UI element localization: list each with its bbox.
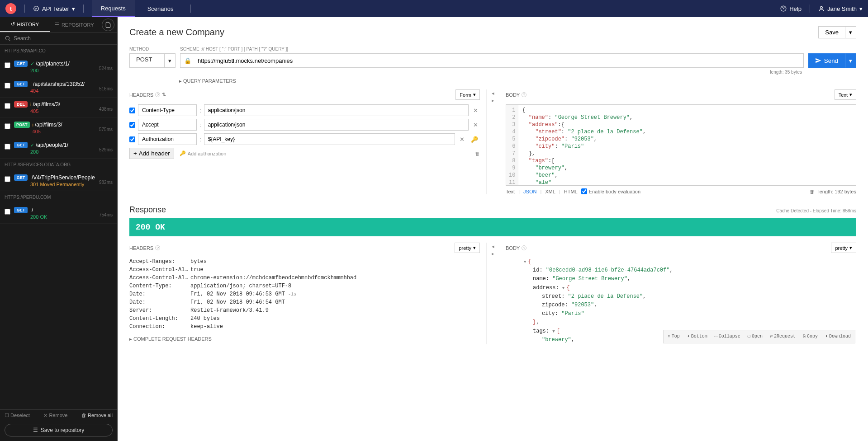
sort-icon[interactable]: ⇅ xyxy=(162,92,166,98)
sidebar-tab-history[interactable]: ↺ HISTORY xyxy=(0,18,50,32)
header-enabled[interactable] xyxy=(129,108,135,113)
header-value-input[interactable] xyxy=(204,104,469,116)
history-time: 498ms xyxy=(99,107,113,112)
save-button[interactable]: Save xyxy=(818,26,845,38)
resp-collapse[interactable]: ▭ Collapse xyxy=(712,332,743,342)
divider xyxy=(24,5,25,13)
headers-form-toggle[interactable]: Form ▾ xyxy=(455,89,480,100)
history-checkbox[interactable] xyxy=(5,144,10,150)
header-row: : ✕ 🔑 xyxy=(129,133,480,145)
resp-bottom[interactable]: ⬇ Bottom xyxy=(684,332,710,342)
history-item[interactable]: POST i/api/films/3/ 405 575ms xyxy=(0,118,117,138)
method-dropdown[interactable]: ▾ xyxy=(165,53,175,68)
history-checkbox[interactable] xyxy=(5,83,10,89)
resp-headers-pretty[interactable]: pretty ▾ xyxy=(455,243,480,253)
help-link[interactable]: Help xyxy=(780,5,802,12)
delete-header-icon[interactable]: ✕ xyxy=(471,122,480,128)
trash-icon[interactable]: 🗑 xyxy=(810,189,815,194)
history-checkbox[interactable] xyxy=(5,176,10,182)
header-enabled[interactable] xyxy=(129,122,135,128)
remove-action[interactable]: ✕ Remove xyxy=(43,413,67,418)
history-checkbox[interactable] xyxy=(5,123,10,129)
user-menu[interactable]: Jane Smith ▾ xyxy=(818,5,863,12)
app-selector[interactable]: API Tester ▾ xyxy=(33,5,75,12)
sidebar-tab-repository[interactable]: ☰ REPOSITORY xyxy=(50,18,100,31)
key-icon[interactable]: 🔑 xyxy=(469,136,480,143)
new-request-button[interactable] xyxy=(102,19,114,31)
body-type-html[interactable]: HTML xyxy=(564,189,578,194)
history-item[interactable]: GET ✓/api/planets/1/ 200 524ms xyxy=(0,57,117,77)
divider xyxy=(83,5,84,13)
search-bar[interactable]: Search xyxy=(0,33,117,45)
body-type-text[interactable]: Text xyxy=(506,189,515,194)
history-time: 516ms xyxy=(99,86,113,91)
tab-scenarios[interactable]: Scenarios xyxy=(138,0,183,17)
body-type-xml[interactable]: XML xyxy=(545,189,555,194)
send-dropdown[interactable]: ▾ xyxy=(845,53,856,68)
resp-header-name: Date: xyxy=(129,298,190,306)
search-icon xyxy=(5,35,11,42)
history-checkbox[interactable] xyxy=(5,209,10,215)
header-name-input[interactable] xyxy=(138,104,197,116)
app-logo[interactable]: t xyxy=(5,3,16,14)
help-icon[interactable]: ? xyxy=(522,92,526,97)
help-icon[interactable]: ? xyxy=(522,245,526,250)
query-params-toggle[interactable]: ▸ QUERY PARAMETERS xyxy=(179,78,856,84)
resp-copy[interactable]: ⎘ Copy xyxy=(800,332,821,342)
send-button[interactable]: Send xyxy=(808,53,845,68)
history-item[interactable]: GET / 200 OK 754ms xyxy=(0,203,117,224)
method-badge: POST xyxy=(14,122,30,128)
add-authorization-button[interactable]: 🔑 Add authorization xyxy=(180,150,227,156)
body-editor[interactable]: 12345678910111213 { "name": "George Stre… xyxy=(506,104,856,186)
page-title: Create a new Company xyxy=(129,27,224,38)
resp-top[interactable]: ⬆ Top xyxy=(665,332,683,342)
delete-all-headers[interactable]: 🗑 xyxy=(475,151,480,156)
complete-request-headers[interactable]: ▸ COMPLETE REQUEST HEADERS xyxy=(129,336,480,342)
delete-header-icon[interactable]: ✕ xyxy=(458,136,466,143)
history-item[interactable]: GET ✓/api/people/1/ 200 529ms xyxy=(0,138,117,159)
save-dropdown[interactable]: ▾ xyxy=(845,26,856,38)
svg-point-0 xyxy=(34,6,39,11)
add-header-button[interactable]: + Add header xyxy=(129,148,174,159)
resp-body-pretty[interactable]: pretty ▾ xyxy=(831,243,856,253)
resp-header-name: Accept-Ranges: xyxy=(129,258,190,266)
resp-header-value: application/json; charset=UTF-8 xyxy=(190,283,291,289)
header-name-input[interactable] xyxy=(138,119,197,131)
header-value-input[interactable] xyxy=(204,119,469,131)
body-type-json[interactable]: JSON xyxy=(523,189,536,194)
user-icon xyxy=(818,5,825,12)
method-badge: DEL xyxy=(14,101,28,108)
tab-requests[interactable]: Requests xyxy=(92,0,135,17)
header-name-input[interactable] xyxy=(138,133,197,145)
history-status: 405 xyxy=(33,129,99,134)
app-name: API Tester xyxy=(42,5,69,12)
deselect-action[interactable]: ☐ Deselect xyxy=(5,413,30,418)
save-to-repository-button[interactable]: ☰ Save to repository xyxy=(5,424,113,436)
resp-open[interactable]: ▢ Open xyxy=(745,332,765,342)
collapse-left-icon[interactable]: ◂ xyxy=(492,244,494,249)
resp-header-value: true xyxy=(190,267,204,273)
resp-2request[interactable]: ⇄ 2Request xyxy=(767,332,798,342)
header-value-input[interactable] xyxy=(204,133,455,145)
collapse-right-icon[interactable]: ▸ xyxy=(492,98,494,103)
help-icon[interactable]: ? xyxy=(155,245,160,250)
help-icon[interactable]: ? xyxy=(155,92,160,97)
history-item[interactable]: DEL i/api/films/3/ 405 498ms xyxy=(0,98,117,118)
collapse-left-icon[interactable]: ◂ xyxy=(492,90,494,96)
header-enabled[interactable] xyxy=(129,136,135,142)
resp-header-name: Connection: xyxy=(129,323,190,331)
document-icon xyxy=(105,22,111,28)
header-row: : ✕ xyxy=(129,104,480,116)
remove-all-action[interactable]: 🗑 Remove all xyxy=(81,413,113,418)
resp-download[interactable]: ⬇ Download xyxy=(822,332,854,342)
history-checkbox[interactable] xyxy=(5,103,10,109)
history-item[interactable]: GET /V4/TripPinService/People 301 Moved … xyxy=(0,171,117,191)
method-select[interactable]: POST xyxy=(129,53,165,68)
url-input[interactable] xyxy=(195,55,803,67)
history-checkbox[interactable] xyxy=(5,62,10,68)
history-item[interactable]: GET !/api/starships/13t352/ 404 516ms xyxy=(0,77,117,98)
enable-body-eval[interactable]: Enable body evaluation xyxy=(581,188,640,194)
delete-header-icon[interactable]: ✕ xyxy=(471,107,480,114)
collapse-right-icon[interactable]: ▸ xyxy=(492,251,494,257)
body-text-toggle[interactable]: Text ▾ xyxy=(835,89,856,100)
